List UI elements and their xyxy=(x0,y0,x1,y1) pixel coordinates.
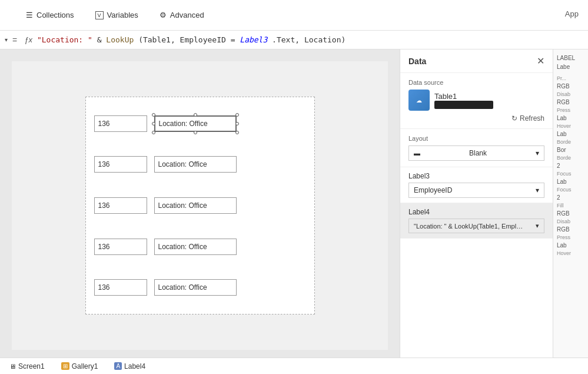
handle-mr[interactable] xyxy=(235,122,239,125)
label-box-5[interactable]: Location: Office xyxy=(154,279,237,296)
label3-section: Label3 EmployeeID ▾ xyxy=(400,167,553,203)
right-properties-panel: LABEL Labe Pr... RGB Disab RGB Press Lab… xyxy=(553,49,588,358)
label4-chevron-icon: ▾ xyxy=(536,222,539,230)
label-box-1-selected[interactable]: Location: Office xyxy=(154,115,237,132)
canvas-background: 136 Location: Office xyxy=(12,61,388,350)
label-box-4[interactable]: Location: Office xyxy=(154,239,237,255)
input-box-2[interactable]: 136 xyxy=(94,156,147,173)
input-value-5: 136 xyxy=(98,283,110,292)
prop-lab-1: Lab xyxy=(557,114,584,122)
prop-hover-1: Hover xyxy=(557,123,584,129)
screen-tab-label: Screen1 xyxy=(18,362,45,370)
layout-section: Layout ▬ Blank ▾ xyxy=(400,129,553,167)
label4-value: "Location: " & LookUp(Table1, EmployeeID… xyxy=(414,223,526,230)
layout-icon: ▬ xyxy=(414,150,420,157)
label4-title: Label4 xyxy=(408,208,544,216)
input-value-3: 136 xyxy=(98,201,110,210)
datasource-section: Data source ☁ Table1 ↻ Refresh xyxy=(400,73,553,129)
advanced-icon: ⚙ xyxy=(160,11,167,19)
label4-section: Label4 "Location: " & LookUp(Table1, Emp… xyxy=(400,203,553,239)
handle-bm[interactable] xyxy=(194,131,197,134)
label-value-2: Location: Office xyxy=(158,160,207,168)
prop-pr: Pr... xyxy=(557,75,584,81)
handle-bl[interactable] xyxy=(152,131,155,134)
handle-tm[interactable] xyxy=(194,113,197,117)
label-value-5: Location: Office xyxy=(158,283,207,292)
gallery-row[interactable]: 136 Location: Office xyxy=(92,226,308,267)
gallery-row[interactable]: 136 Location: Office xyxy=(92,144,308,186)
prop-rgb2: RGB xyxy=(557,226,584,233)
formula-fx[interactable]: ƒx xyxy=(22,35,35,44)
collections-button[interactable]: ☰ Collections xyxy=(21,8,79,22)
advanced-label: Advanced xyxy=(170,11,204,19)
screen-tab[interactable]: 🖥 Screen1 xyxy=(5,360,49,373)
top-bar: ☰ Collections V Variables ⚙ Advanced App xyxy=(0,0,588,31)
datasource-blacked-out xyxy=(434,101,493,109)
prop-bor: Bor xyxy=(557,146,584,154)
advanced-button[interactable]: ⚙ Advanced xyxy=(155,8,209,22)
prop-label-value: Labe xyxy=(557,63,584,71)
gallery-row[interactable]: 136 Location: Office xyxy=(92,185,308,226)
main-area: 136 Location: Office xyxy=(0,49,588,358)
label3-title: Label3 xyxy=(408,172,544,180)
canvas-area: 136 Location: Office xyxy=(0,49,400,358)
app-label: App xyxy=(565,9,579,18)
prop-focus-lab: Lab xyxy=(557,178,584,186)
gallery-container[interactable]: 136 Location: Office xyxy=(85,97,315,315)
prop-rgb-disab: RGB xyxy=(557,98,584,106)
label-box-2[interactable]: Location: Office xyxy=(154,156,237,173)
input-box-3[interactable]: 136 xyxy=(94,197,147,214)
prop-focus-label: Focus xyxy=(557,171,584,177)
label-box-3[interactable]: Location: Office xyxy=(154,197,237,214)
prop-lab2: Lab xyxy=(557,241,584,249)
variables-icon: V xyxy=(95,11,104,19)
layout-label: Layout xyxy=(408,135,544,142)
variables-button[interactable]: V Variables xyxy=(91,8,143,22)
prop-lab-hover: Lab xyxy=(557,130,584,138)
prop-label-header: LABEL xyxy=(557,54,584,62)
prop-focus2-label: Focus xyxy=(557,187,584,193)
prop-fill-label: Fill xyxy=(557,203,584,208)
data-panel: Data ✕ Data source ☁ Table1 ↻ Refresh La… xyxy=(400,49,553,358)
label4-tab[interactable]: A Label4 xyxy=(109,360,150,373)
refresh-label: Refresh xyxy=(520,114,544,123)
collections-label: Collections xyxy=(36,11,74,19)
input-value-4: 136 xyxy=(98,243,110,251)
label4-tab-icon: A xyxy=(114,362,122,370)
handle-tr[interactable] xyxy=(235,113,239,117)
formula-bar: ▾ = ƒx "Location: " & LookUp (Table1, Em… xyxy=(0,31,588,49)
datasource-row: ☁ Table1 xyxy=(408,90,544,111)
datasource-info: Table1 xyxy=(434,92,493,109)
formula-text[interactable]: "Location: " & LookUp (Table1, EmployeeI… xyxy=(37,35,583,44)
handle-br[interactable] xyxy=(235,131,239,134)
input-value-2: 136 xyxy=(98,160,110,168)
formula-equals[interactable]: = xyxy=(10,35,19,45)
prop-disab2-label: Disab xyxy=(557,219,584,224)
refresh-button[interactable]: ↻ Refresh xyxy=(408,114,544,123)
prop-border-val-label: Borde xyxy=(557,155,584,161)
formula-chevron[interactable]: ▾ xyxy=(5,37,8,43)
prop-2: 2 xyxy=(557,194,584,201)
input-box-5[interactable]: 136 xyxy=(94,279,147,296)
input-box-4[interactable]: 136 xyxy=(94,239,147,255)
layout-select[interactable]: ▬ Blank ▾ xyxy=(408,145,544,161)
label4-select[interactable]: "Location: " & LookUp(Table1, EmployeeID… xyxy=(408,219,544,233)
label-value-4: Location: Office xyxy=(158,243,207,251)
handle-tl[interactable] xyxy=(152,113,155,117)
panel-header: Data ✕ xyxy=(400,49,553,73)
prop-fill-rgb: RGB xyxy=(557,210,584,217)
panel-title: Data xyxy=(408,57,426,66)
input-box-1[interactable]: 136 xyxy=(94,115,147,132)
prop-rgb-1: RGB xyxy=(557,82,584,90)
label3-select[interactable]: EmployeeID ▾ xyxy=(408,183,544,198)
gallery-tab[interactable]: ⊞ Gallery1 xyxy=(57,360,103,373)
layout-value: Blank xyxy=(469,149,487,157)
label-value-1: Location: Office xyxy=(159,120,208,128)
collections-icon: ☰ xyxy=(26,11,33,19)
gallery-row[interactable]: 136 Location: Office xyxy=(92,103,308,144)
handle-ml[interactable] xyxy=(152,122,155,125)
gallery-row[interactable]: 136 Location: Office xyxy=(92,267,308,308)
variables-label: Variables xyxy=(107,11,138,19)
datasource-label: Data source xyxy=(408,79,544,86)
close-button[interactable]: ✕ xyxy=(537,55,544,67)
